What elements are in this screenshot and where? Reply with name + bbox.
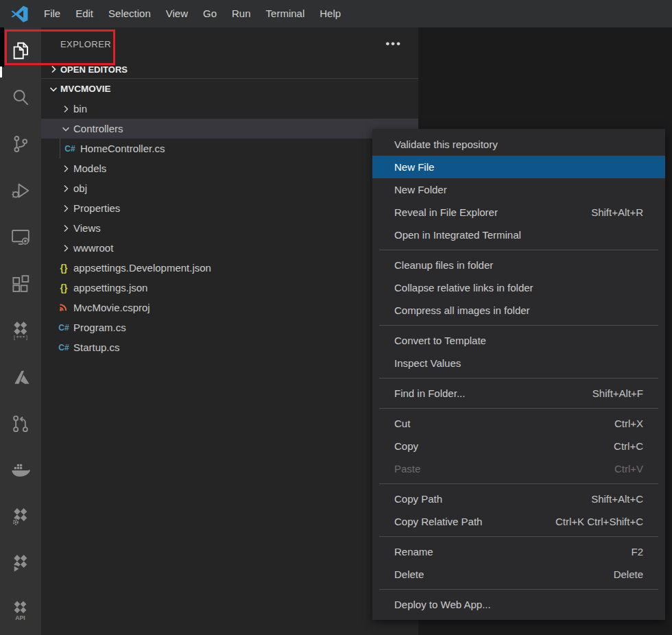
menu-item-copy-relative-path[interactable]: Copy Relative PathCtrl+K Ctrl+Shift+C — [372, 510, 665, 533]
activitybar-github-pull-requests-icon[interactable] — [0, 400, 41, 447]
menu-item-reveal-in-file-explorer[interactable]: Reveal in File ExplorerShift+Alt+R — [372, 201, 665, 224]
menu-item-copy[interactable]: CopyCtrl+C — [372, 435, 665, 457]
menubar-item-selection[interactable]: Selection — [101, 0, 158, 27]
menu-item-label: Validate this repository — [394, 139, 498, 150]
tree-item-label: wwwroot — [73, 242, 113, 254]
tree-item-label: Startup.cs — [73, 342, 120, 353]
menu-item-label: Convert to Template — [394, 335, 486, 346]
explorer-sidebar: EXPLORER ••• OPEN EDITORS MVCMOVIE binCo… — [41, 27, 418, 635]
activitybar-azure-api-management-icon[interactable]: API — [0, 587, 41, 634]
menu-item-collapse-relative-links-in-folder[interactable]: Collapse relative links in folder — [372, 276, 665, 299]
chevron-right-icon — [60, 223, 71, 234]
tree-item-label: MvcMovie.csproj — [73, 302, 150, 313]
menu-item-cleanup-files-in-folder[interactable]: Cleanup files in folder — [372, 254, 665, 276]
activitybar-extensions-icon[interactable] — [0, 261, 41, 307]
menu-item-delete[interactable]: DeleteDelete — [372, 563, 665, 586]
tree-item-label: Program.cs — [73, 322, 126, 333]
csharp-file-icon: C# — [58, 323, 70, 333]
menu-item-label: New Folder — [394, 184, 447, 195]
menu-item-copy-path[interactable]: Copy PathShift+Alt+C — [372, 488, 665, 510]
chevron-right-icon — [48, 64, 59, 75]
menu-item-shortcut: Ctrl+X — [614, 418, 643, 429]
menubar-item-edit[interactable]: Edit — [68, 0, 101, 27]
menu-item-label: New File — [394, 161, 434, 173]
tree-item-label: appsettings.Development.json — [73, 262, 211, 274]
menubar-item-file[interactable]: File — [36, 0, 68, 27]
csharp-file-icon: C# — [58, 343, 70, 352]
menu-item-shortcut: Shift+Alt+R — [591, 206, 643, 218]
menu-separator — [379, 250, 658, 250]
menubar-item-help[interactable]: Help — [312, 0, 348, 27]
vscode-logo-icon — [11, 5, 28, 23]
menu-separator — [379, 408, 658, 409]
svg-text:API: API — [15, 614, 25, 621]
menu-item-new-folder[interactable]: New Folder — [372, 178, 665, 201]
tree-item-bin[interactable]: bin — [41, 99, 418, 119]
activitybar-run-and-debug-icon[interactable] — [0, 167, 41, 214]
chevron-right-icon — [60, 163, 71, 174]
tree-item-wwwroot[interactable]: wwwroot — [41, 238, 418, 258]
activitybar-azure-functions-icon[interactable]: [***] — [0, 307, 41, 354]
menu-item-label: Reveal in File Explorer — [394, 206, 498, 218]
menu-item-shortcut: Shift+Alt+F — [592, 387, 643, 399]
activitybar-azure-static-web-apps-icon[interactable] — [0, 540, 41, 587]
menu-item-inspect-values[interactable]: Inspect Values — [372, 352, 665, 374]
section-mvcmovie[interactable]: MVCMOVIE — [41, 79, 418, 99]
menu-item-validate-this-repository[interactable]: Validate this repository — [372, 133, 665, 156]
menu-item-label: Delete — [394, 568, 424, 580]
indent-guide — [60, 139, 60, 158]
menu-separator — [379, 536, 658, 537]
tree-item-mvcmovie-csproj[interactable]: MvcMovie.csproj — [41, 298, 418, 318]
menubar-item-view[interactable]: View — [158, 0, 195, 27]
tree-item-views[interactable]: Views — [41, 218, 418, 238]
menu-separator — [379, 589, 658, 590]
menu-item-cut[interactable]: CutCtrl+X — [372, 412, 665, 435]
svg-text:[***]: [***] — [13, 335, 29, 341]
activitybar-search-icon[interactable] — [0, 74, 41, 121]
activitybar-source-control-icon[interactable] — [0, 121, 41, 167]
menubar-item-terminal[interactable]: Terminal — [259, 0, 313, 27]
menu-item-label: Compress all images in folder — [394, 304, 530, 316]
tree-item-homecontroller-cs[interactable]: C#HomeController.cs — [41, 139, 418, 158]
tree-item-label: obj — [73, 182, 87, 194]
menu-item-shortcut: Ctrl+C — [614, 440, 643, 452]
tree-item-models[interactable]: Models — [41, 158, 418, 178]
activitybar-docker-icon[interactable] — [0, 447, 41, 494]
menu-item-label: Paste — [394, 463, 420, 475]
menubar-item-run[interactable]: Run — [224, 0, 259, 27]
menu-item-open-in-integrated-terminal[interactable]: Open in Integrated Terminal — [372, 224, 665, 246]
tree-item-obj[interactable]: obj — [41, 178, 418, 198]
tree-item-label: HomeController.cs — [80, 143, 165, 154]
activitybar-remote-explorer-icon[interactable] — [0, 214, 41, 261]
menu-item-label: Copy Path — [394, 493, 442, 505]
menu-item-compress-all-images-in-folder[interactable]: Compress all images in folder — [372, 299, 665, 322]
tree-item-startup-cs[interactable]: C#Startup.cs — [41, 337, 418, 357]
menu-item-convert-to-template[interactable]: Convert to Template — [372, 329, 665, 352]
window-edge — [0, 27, 4, 67]
section-label: MVCMOVIE — [60, 84, 111, 94]
tree-item-controllers[interactable]: Controllers — [41, 119, 418, 139]
menu-separator — [379, 378, 658, 379]
tree-item-properties[interactable]: Properties — [41, 198, 418, 218]
chevron-right-icon — [60, 104, 71, 115]
menu-item-rename[interactable]: RenameF2 — [372, 540, 665, 563]
tree-item-appsettings-development-json[interactable]: {}appsettings.Development.json — [41, 258, 418, 278]
menu-item-shortcut: Delete — [614, 568, 643, 580]
chevron-right-icon — [60, 203, 71, 214]
context-menu: Validate this repositoryNew FileNew Fold… — [372, 129, 665, 620]
menu-item-find-in-folder[interactable]: Find in Folder...Shift+Alt+F — [372, 382, 665, 405]
more-actions-icon[interactable]: ••• — [385, 40, 402, 47]
menu-item-label: Collapse relative links in folder — [394, 282, 533, 293]
menu-item-new-file[interactable]: New File — [372, 156, 665, 178]
menu-item-label: Open in Integrated Terminal — [394, 229, 521, 241]
activitybar-azure-resources-icon[interactable] — [0, 494, 41, 540]
menu-item-label: Cut — [394, 418, 410, 429]
tree-item-label: bin — [73, 103, 87, 115]
menubar-item-go[interactable]: Go — [195, 0, 224, 27]
activitybar-azure-icon[interactable] — [0, 354, 41, 400]
tree-item-appsettings-json[interactable]: {}appsettings.json — [41, 278, 418, 298]
tree-item-program-cs[interactable]: C#Program.cs — [41, 318, 418, 337]
menu-item-deploy-to-web-app[interactable]: Deploy to Web App... — [372, 593, 665, 616]
menu-item-label: Cleanup files in folder — [394, 259, 493, 271]
tree-item-label: Controllers — [73, 123, 123, 134]
